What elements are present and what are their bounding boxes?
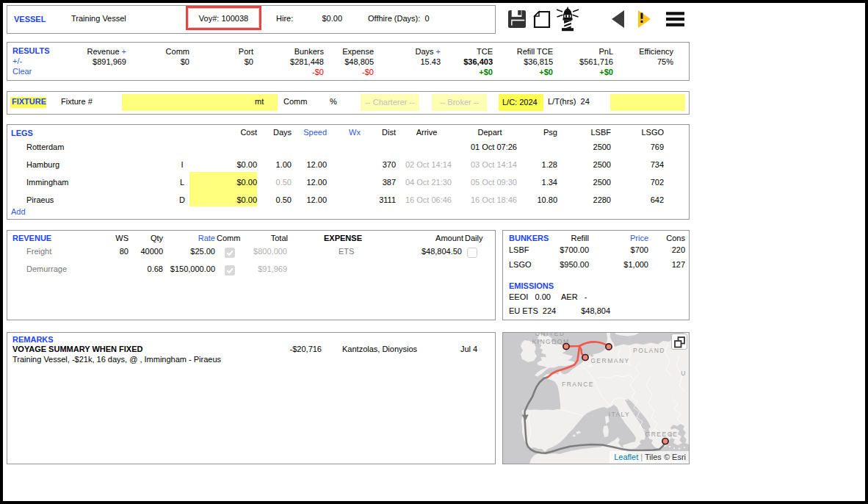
svg-text:UNITED: UNITED [535, 333, 565, 337]
svg-text:POLAND: POLAND [633, 347, 665, 354]
svg-text:FRANCE: FRANCE [562, 381, 594, 388]
svg-text:GERMANY: GERMANY [590, 357, 629, 364]
svg-text:U: U [681, 370, 687, 377]
svg-text:ITALY: ITALY [609, 411, 630, 418]
svg-text:GREECE: GREECE [645, 431, 679, 438]
